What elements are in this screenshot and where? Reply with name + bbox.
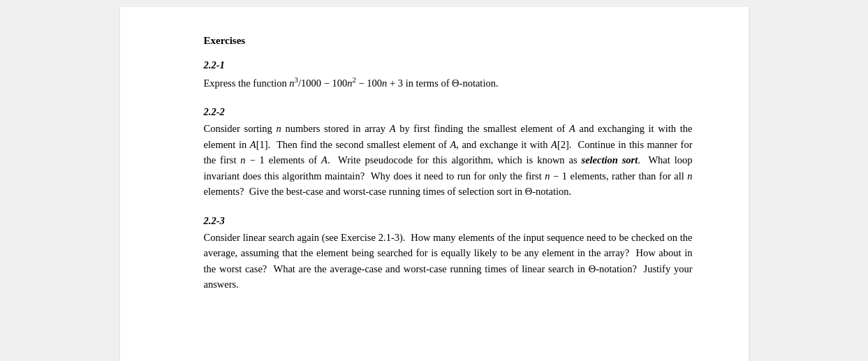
- exercise-text-2-2-1: Express the function n3/1000 − 100n2 − 1…: [204, 74, 693, 91]
- exercise-text-2-2-2: Consider sorting n numbers stored in arr…: [204, 121, 693, 199]
- exercise-label-2-2-3: 2.2-3: [204, 215, 693, 227]
- exercise-block-2-2-1: 2.2-1 Express the function n3/1000 − 100…: [204, 59, 693, 91]
- exercise-label-2-2-1: 2.2-1: [204, 59, 693, 71]
- exercise-text-2-2-3: Consider linear search again (see Exerci…: [204, 230, 693, 293]
- section-title: Exercises: [204, 35, 693, 47]
- exercise-block-2-2-2: 2.2-2 Consider sorting n numbers stored …: [204, 106, 693, 199]
- page-container: Exercises 2.2-1 Express the function n3/…: [120, 7, 749, 361]
- exercise-block-2-2-3: 2.2-3 Consider linear search again (see …: [204, 215, 693, 293]
- exercise-label-2-2-2: 2.2-2: [204, 106, 693, 118]
